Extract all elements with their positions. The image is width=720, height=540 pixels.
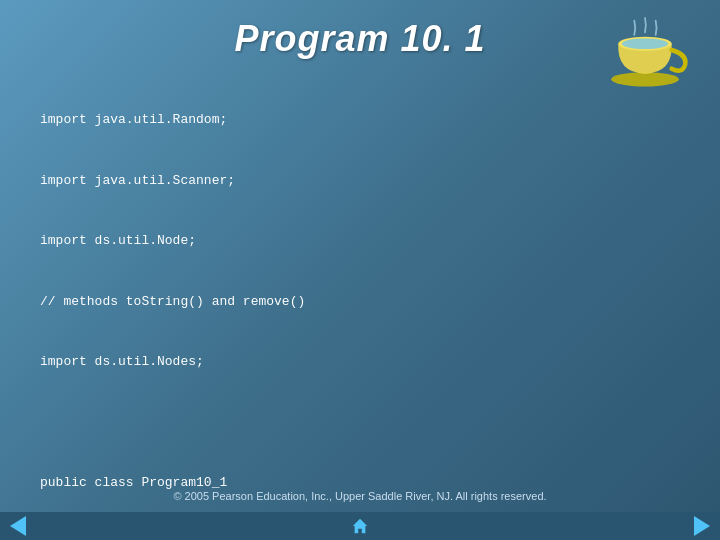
slide: Program 10. 1 import java.util.Random; i… xyxy=(0,0,720,540)
code-line-import4: import ds.util.Nodes; xyxy=(40,352,680,372)
code-content-area: import java.util.Random; import java.uti… xyxy=(0,60,720,540)
svg-point-2 xyxy=(622,38,668,49)
code-line-import1: import java.util.Random; xyxy=(40,110,680,130)
code-line-import2: import java.util.Scanner; xyxy=(40,171,680,191)
nav-next-arrow[interactable] xyxy=(694,516,710,536)
coffee-cup-icon xyxy=(600,10,690,90)
code-line-import3: import ds.util.Node; xyxy=(40,231,680,251)
nav-home-button[interactable] xyxy=(351,517,369,535)
nav-bar xyxy=(0,512,720,540)
nav-prev-arrow[interactable] xyxy=(10,516,26,536)
code-blank1 xyxy=(40,412,680,432)
footer-copyright: © 2005 Pearson Education, Inc., Upper Sa… xyxy=(0,490,720,512)
code-line-comment1: // methods toString() and remove() xyxy=(40,292,680,312)
svg-marker-3 xyxy=(353,519,367,533)
svg-point-0 xyxy=(611,72,679,86)
code-block: import java.util.Random; import java.uti… xyxy=(40,70,680,540)
